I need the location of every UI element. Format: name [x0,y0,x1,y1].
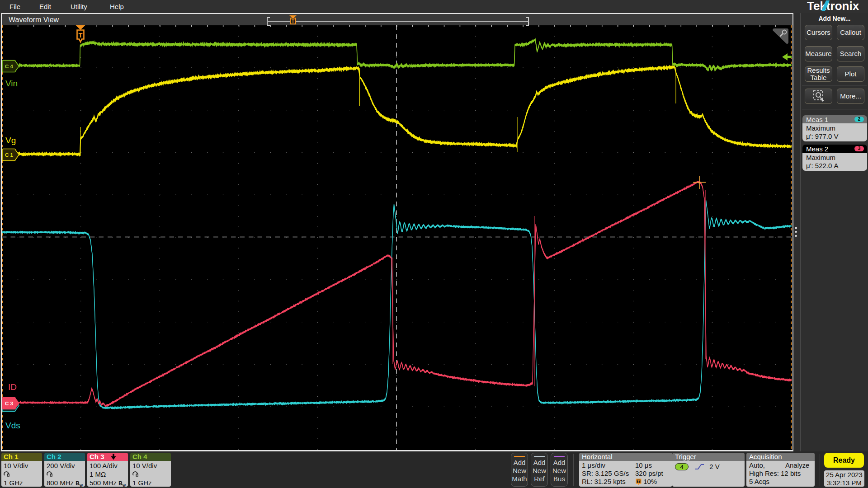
svg-text:Vg: Vg [5,136,16,145]
svg-text:ID: ID [8,382,17,392]
svg-text:Vin: Vin [5,79,18,88]
svg-text:T: T [292,19,295,24]
svg-text:C 4: C 4 [5,64,14,69]
svg-text:Vds: Vds [5,421,20,430]
svg-text:T: T [79,32,83,39]
svg-text:C 1: C 1 [5,152,14,158]
svg-text:C 3: C 3 [5,401,13,406]
svg-text:T: T [637,479,640,483]
